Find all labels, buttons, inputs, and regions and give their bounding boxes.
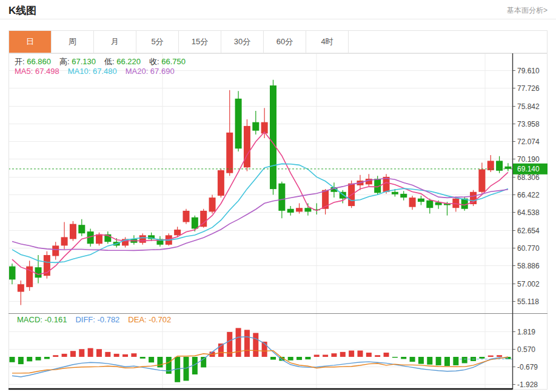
ohlc-legend: 开: 66.860高: 67.130低: 66.220收: 66.750 [15, 56, 194, 67]
svg-text:66.422: 66.422 [517, 191, 540, 199]
svg-text:77.726: 77.726 [517, 84, 540, 93]
legend-item: DEA: -0.702 [128, 315, 171, 324]
legend-item: 高: 67.130 [59, 57, 96, 66]
svg-text:-1.928: -1.928 [517, 380, 538, 389]
macd-legend: MACD: -0.161DIFF: -0.782DEA: -0.702 [17, 315, 179, 324]
svg-text:57.002: 57.002 [517, 280, 540, 288]
svg-text:75.842: 75.842 [517, 102, 540, 111]
svg-text:-0.679: -0.679 [517, 363, 538, 371]
legend-item: 低: 66.220 [104, 57, 141, 66]
ma5-line [12, 132, 508, 274]
svg-text:69.140: 69.140 [517, 165, 540, 173]
legend-item: DIFF: -0.782 [75, 315, 119, 324]
legend-item: MA5: 67.498 [15, 67, 59, 76]
kline-page: 79.61077.72675.84273.95872.07470.19068.3… [0, 0, 556, 392]
candlestick-pane[interactable] [8, 80, 512, 305]
legend-item: 收: 66.750 [149, 57, 186, 66]
svg-text:70.190: 70.190 [517, 155, 540, 164]
legend-item: MACD: -0.161 [17, 315, 67, 324]
legend-item: MA10: 67.480 [68, 67, 117, 76]
ma10-line [12, 164, 508, 262]
svg-text:60.770: 60.770 [517, 244, 540, 253]
svg-text:62.654: 62.654 [517, 227, 540, 235]
svg-text:0.570: 0.570 [517, 345, 535, 354]
svg-text:72.074: 72.074 [517, 138, 540, 146]
svg-text:1.819: 1.819 [517, 328, 535, 336]
axis-labels: 79.61077.72675.84273.95872.07470.19068.3… [8, 53, 548, 390]
svg-text:79.610: 79.610 [517, 67, 540, 75]
legend-item: MA20: 67.690 [126, 67, 175, 76]
svg-text:55.118: 55.118 [517, 297, 539, 306]
svg-text:58.886: 58.886 [517, 262, 540, 270]
last-price-badge: 69.140 [513, 164, 548, 174]
svg-text:73.958: 73.958 [517, 120, 540, 128]
ma-legend: MA5: 67.498MA10: 67.480MA20: 67.690 [15, 67, 183, 76]
ma20-line [12, 178, 508, 250]
legend-item: 开: 66.860 [15, 57, 51, 66]
grid-lines [8, 53, 512, 390]
svg-text:64.538: 64.538 [517, 208, 540, 217]
macd-pane[interactable] [10, 328, 513, 382]
diff-line [12, 337, 508, 377]
chart-frame [9, 54, 548, 390]
dea-line [12, 350, 508, 373]
